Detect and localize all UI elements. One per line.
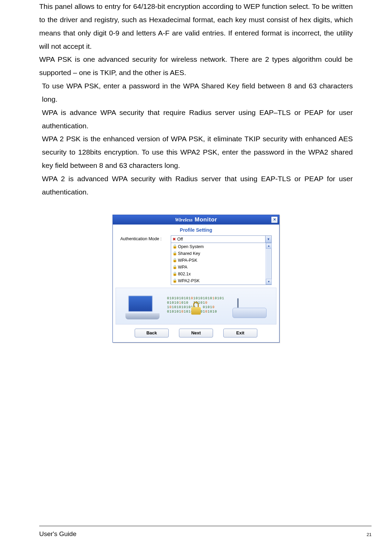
- list-item[interactable]: 🔒 802.1x: [171, 271, 271, 277]
- paragraph-wpa-psk: WPA PSK is one advanced security for wir…: [39, 53, 353, 80]
- off-icon: ✖: [171, 237, 177, 242]
- next-button[interactable]: Next: [179, 329, 213, 337]
- list-item[interactable]: 🔒 WPA2-PSK: [171, 277, 271, 284]
- page-footer: User's Guide 21: [39, 530, 372, 538]
- paragraph-wpa2-psk: WPA 2 PSK is the enhanced version of WPA…: [42, 132, 353, 172]
- auth-mode-selected-text: Off: [177, 237, 183, 242]
- scroll-down-icon[interactable]: ▼: [266, 279, 272, 285]
- page-number: 21: [367, 532, 372, 537]
- wireless-monitor-window: Wireless Monitor ✕ Profile Setting Authe…: [112, 215, 280, 343]
- auth-mode-select[interactable]: ✖ Off ▼: [171, 235, 272, 243]
- title-wireless: Wireless: [175, 217, 193, 223]
- list-item-label: WPA: [178, 265, 187, 270]
- document-page: This panel allows to entry for 64/128-bi…: [0, 0, 392, 548]
- list-item-label: 802.1x: [178, 272, 191, 276]
- titlebar: Wireless Monitor ✕: [113, 215, 279, 225]
- close-icon: ✕: [273, 217, 276, 222]
- footer-title: User's Guide: [39, 530, 76, 538]
- lock-icon: 🔒: [172, 272, 178, 276]
- scrollbar[interactable]: ▲ ▼: [266, 243, 271, 285]
- auth-mode-select-stack: ✖ Off ▼ 🔒 Open System 🔒 Shared: [171, 235, 272, 285]
- lock-icon: 🔒: [172, 278, 178, 283]
- title-monitor: Monitor: [195, 216, 217, 223]
- list-item[interactable]: 🔒 Shared Key: [171, 250, 271, 257]
- lock-icon: 🔒: [172, 251, 178, 256]
- auth-mode-listbox: 🔒 Open System 🔒 Shared Key 🔒 WPA-PSK: [171, 243, 272, 285]
- list-item-label: WPA-PSK: [178, 258, 197, 263]
- router-icon: [232, 302, 267, 318]
- lock-icon: 🔒: [172, 258, 178, 262]
- auth-mode-label: Authentication Mode :: [120, 235, 168, 241]
- close-button[interactable]: ✕: [271, 216, 278, 223]
- scroll-up-icon[interactable]: ▲: [266, 243, 272, 249]
- paragraph-wep: This panel allows to entry for 64/128-bi…: [39, 0, 353, 53]
- lock-icon: 🔒: [172, 244, 178, 249]
- list-item[interactable]: 🔒 Open System: [171, 243, 271, 250]
- list-item[interactable]: 🔒 WPA-PSK: [171, 257, 271, 264]
- button-row: Back Next Exit: [113, 327, 279, 342]
- list-item[interactable]: 🔒 WPA: [171, 264, 271, 271]
- paragraph-wpa-psk-usage: To use WPA PSK, enter a password in the …: [42, 80, 353, 106]
- chevron-down-icon[interactable]: ▼: [265, 236, 271, 243]
- subtitle: Profile Setting: [113, 225, 279, 235]
- laptop-icon: [125, 295, 163, 319]
- auth-mode-row: Authentication Mode : ✖ Off ▼ 🔒 Open Sys…: [113, 235, 279, 286]
- paragraph-wpa2: WPA 2 is advanced WPA security with Radi…: [42, 172, 353, 199]
- paragraph-wpa: WPA is advance WPA security that require…: [42, 106, 353, 133]
- lock-icon: [191, 304, 201, 315]
- window-title: Wireless Monitor: [175, 216, 217, 223]
- scroll-track[interactable]: [267, 249, 271, 278]
- footer-rule: [39, 526, 372, 526]
- exit-button[interactable]: Exit: [223, 329, 257, 337]
- illustration: 010101010101010101010101010101010 101010…: [116, 288, 276, 325]
- embedded-screenshot: Wireless Monitor ✕ Profile Setting Authe…: [39, 215, 353, 343]
- back-button[interactable]: Back: [135, 329, 169, 337]
- list-item-label: Open System: [178, 244, 204, 249]
- lock-icon: 🔒: [172, 265, 178, 269]
- list-item-label: Shared Key: [178, 251, 200, 256]
- list-item-label: WPA2-PSK: [178, 278, 200, 283]
